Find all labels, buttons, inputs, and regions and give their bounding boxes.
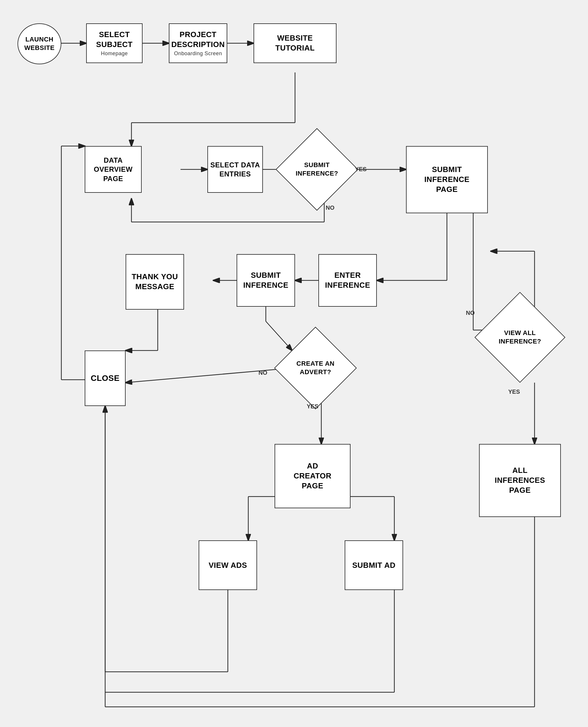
thank-you-label: THANK YOUMESSAGE — [132, 272, 178, 292]
submit-inference-page-node: SUBMITINFERENCEPAGE — [406, 146, 488, 213]
yes-label-view-all: YES — [508, 388, 520, 395]
close-node: CLOSE — [85, 350, 126, 406]
submit-ad-label: SUBMIT AD — [352, 561, 396, 570]
ad-creator-node: ADCREATORPAGE — [275, 444, 351, 508]
all-inferences-label: ALLINFERENCESPAGE — [495, 466, 545, 495]
yes-label-submit-inference: YES — [355, 166, 366, 173]
view-all-inference-q-node: VIEW ALLINFERENCE? — [479, 292, 561, 383]
select-subject-node: SELECTSUBJECT Homepage — [86, 23, 143, 63]
no-label-create-advert: NO — [258, 369, 267, 376]
submit-inference-node: SUBMITINFERENCE — [237, 254, 295, 307]
submit-inference-page-label: SUBMITINFERENCEPAGE — [424, 165, 470, 194]
flowchart-diagram: LAUNCH WEBSITE SELECTSUBJECT Homepage PR… — [0, 0, 588, 727]
data-overview-node: DATAOVERVIEWPAGE — [85, 146, 142, 193]
all-inferences-node: ALLINFERENCESPAGE — [479, 444, 561, 517]
project-description-label: PROJECTDESCRIPTION — [171, 30, 225, 50]
website-tutorial-label: WEBSITETUTORIAL — [275, 33, 315, 53]
create-advert-q-node: CREATE ANADVERT? — [275, 327, 356, 409]
thank-you-node: THANK YOUMESSAGE — [126, 254, 184, 309]
no-label-submit-inference: NO — [326, 205, 334, 211]
project-description-node: PROJECTDESCRIPTION Onboarding Screen — [169, 23, 227, 63]
launch-website-label: LAUNCH WEBSITE — [24, 35, 55, 52]
project-description-sublabel: Onboarding Screen — [174, 50, 222, 57]
launch-website-node: LAUNCH WEBSITE — [18, 23, 61, 64]
submit-ad-node: SUBMIT AD — [345, 540, 403, 590]
submit-inference-q-node: SUBMITINFERENCE? — [280, 129, 353, 210]
view-ads-node: VIEW ADS — [198, 540, 257, 590]
enter-inference-node: ENTERINFERENCE — [318, 254, 377, 307]
select-data-label: SELECT DATAENTRIES — [210, 161, 260, 178]
submit-inference-label: SUBMITINFERENCE — [243, 271, 289, 290]
view-all-inference-label: VIEW ALLINFERENCE? — [479, 292, 561, 383]
no-label-view-all: NO — [466, 309, 475, 316]
ad-creator-label: ADCREATORPAGE — [294, 461, 332, 491]
website-tutorial-node: WEBSITETUTORIAL — [254, 23, 336, 63]
enter-inference-label: ENTERINFERENCE — [325, 271, 371, 290]
select-subject-sublabel: Homepage — [101, 50, 128, 57]
select-data-node: SELECT DATAENTRIES — [207, 146, 263, 193]
yes-label-create-advert: YES — [307, 403, 318, 410]
view-ads-label: VIEW ADS — [209, 561, 247, 570]
submit-inference-q-label: SUBMITINFERENCE? — [280, 129, 353, 210]
select-subject-label: SELECTSUBJECT — [96, 30, 133, 50]
data-overview-label: DATAOVERVIEWPAGE — [94, 156, 133, 183]
create-advert-label: CREATE ANADVERT? — [275, 327, 356, 409]
close-label: CLOSE — [91, 373, 120, 383]
